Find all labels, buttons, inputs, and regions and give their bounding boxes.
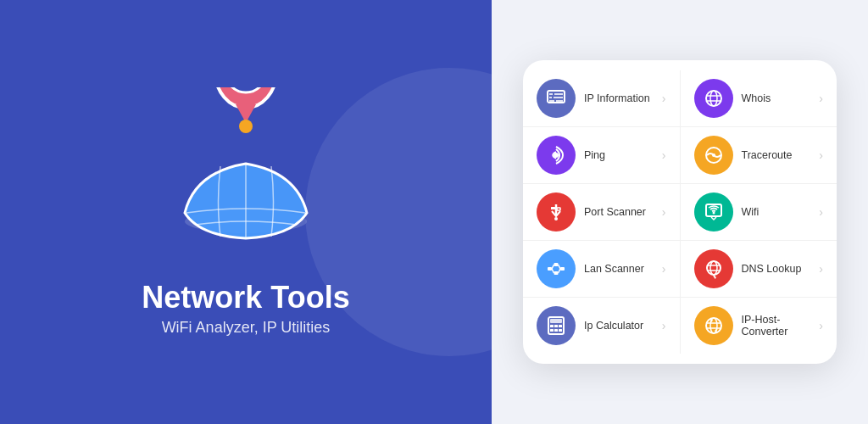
svg-rect-39 <box>550 329 554 332</box>
wifi-label: Wifi <box>742 206 816 218</box>
menu-item-traceroute[interactable]: Traceroute › <box>681 127 837 183</box>
svg-rect-23 <box>554 271 559 275</box>
svg-point-15 <box>712 153 715 157</box>
whois-chevron: › <box>819 92 823 105</box>
menu-item-whois[interactable]: Whois › <box>681 70 837 126</box>
menu-row-3: Port Scanner › Wifi <box>523 184 837 241</box>
menu-item-ip-calculator[interactable]: Ip Calculator › <box>523 298 681 354</box>
svg-point-29 <box>707 261 721 275</box>
svg-point-18 <box>554 217 558 220</box>
menu-item-ping[interactable]: Ping › <box>523 127 681 183</box>
hero-icon: IP <box>170 87 322 260</box>
menu-item-wifi[interactable]: Wifi › <box>681 184 837 240</box>
svg-point-6 <box>239 120 253 133</box>
svg-rect-21 <box>548 267 552 271</box>
ping-icon <box>537 136 576 175</box>
svg-rect-37 <box>554 325 558 327</box>
ip-information-icon <box>537 79 576 118</box>
svg-line-28 <box>559 269 561 273</box>
menu-item-port-scanner[interactable]: Port Scanner › <box>523 184 681 240</box>
menu-item-lan-scanner[interactable]: Lan Scanner › <box>523 241 681 297</box>
svg-rect-41 <box>559 329 562 332</box>
wifi-icon <box>694 192 733 232</box>
dns-lookup-label: DNS Lookup <box>742 263 816 275</box>
lan-scanner-label: Lan Scanner <box>584 263 659 275</box>
ip-calculator-chevron: › <box>662 319 666 332</box>
menu-row-2: Ping › Traceroute › <box>523 127 837 184</box>
menu-row-4: Lan Scanner › DNS Lookup <box>523 241 837 298</box>
ping-label: Ping <box>584 149 659 161</box>
svg-line-25 <box>552 265 554 269</box>
svg-rect-17 <box>557 208 560 210</box>
svg-line-27 <box>559 265 561 269</box>
svg-line-26 <box>552 269 554 273</box>
menu-item-dns-lookup[interactable]: DNS Lookup › <box>681 241 837 297</box>
ip-host-converter-icon <box>694 306 733 345</box>
svg-rect-38 <box>559 325 562 327</box>
svg-point-20 <box>712 212 715 215</box>
svg-rect-40 <box>554 329 558 332</box>
dns-lookup-chevron: › <box>819 262 823 276</box>
svg-point-30 <box>710 261 717 275</box>
svg-point-10 <box>710 91 717 106</box>
phone-mockup: IP Information › Whois › <box>523 60 837 364</box>
port-scanner-icon <box>537 192 576 232</box>
ip-host-converter-chevron: › <box>819 319 823 332</box>
dns-lookup-icon <box>694 249 733 288</box>
ip-calculator-label: Ip Calculator <box>584 320 659 332</box>
left-panel: IP Network Tools WiFi Analyzer, IP Utili… <box>0 0 492 424</box>
svg-rect-24 <box>560 267 565 271</box>
menu-item-ip-information[interactable]: IP Information › <box>523 70 681 126</box>
lan-scanner-chevron: › <box>662 262 666 276</box>
menu-item-ip-host-converter[interactable]: IP-Host-Converter › <box>681 298 837 354</box>
menu-row-1: IP Information › Whois › <box>523 70 837 127</box>
whois-label: Whois <box>742 92 816 104</box>
lan-scanner-icon <box>537 249 576 288</box>
menu-grid: IP Information › Whois › <box>523 70 837 354</box>
port-scanner-chevron: › <box>662 205 666 219</box>
traceroute-icon <box>694 136 733 175</box>
menu-row-5: Ip Calculator › IP-Host- <box>523 298 837 354</box>
svg-point-42 <box>706 318 721 333</box>
svg-point-9 <box>706 91 721 106</box>
port-scanner-label: Port Scanner <box>584 206 659 218</box>
ping-chevron: › <box>662 148 666 162</box>
svg-rect-22 <box>554 263 559 266</box>
traceroute-label: Traceroute <box>742 149 816 161</box>
ip-information-chevron: › <box>662 92 666 105</box>
app-subtitle: WiFi Analyzer, IP Utilities <box>162 319 331 337</box>
ip-information-label: IP Information <box>584 92 659 104</box>
traceroute-chevron: › <box>819 148 823 162</box>
ip-host-converter-label: IP-Host-Converter <box>742 314 816 338</box>
svg-rect-35 <box>550 319 562 323</box>
whois-icon <box>694 79 733 118</box>
ip-calculator-icon <box>537 306 576 345</box>
app-title: Network Tools <box>142 281 349 315</box>
right-panel: IP Information › Whois › <box>492 0 868 424</box>
svg-rect-16 <box>551 207 555 209</box>
svg-rect-36 <box>550 325 554 327</box>
wifi-chevron: › <box>819 205 823 219</box>
